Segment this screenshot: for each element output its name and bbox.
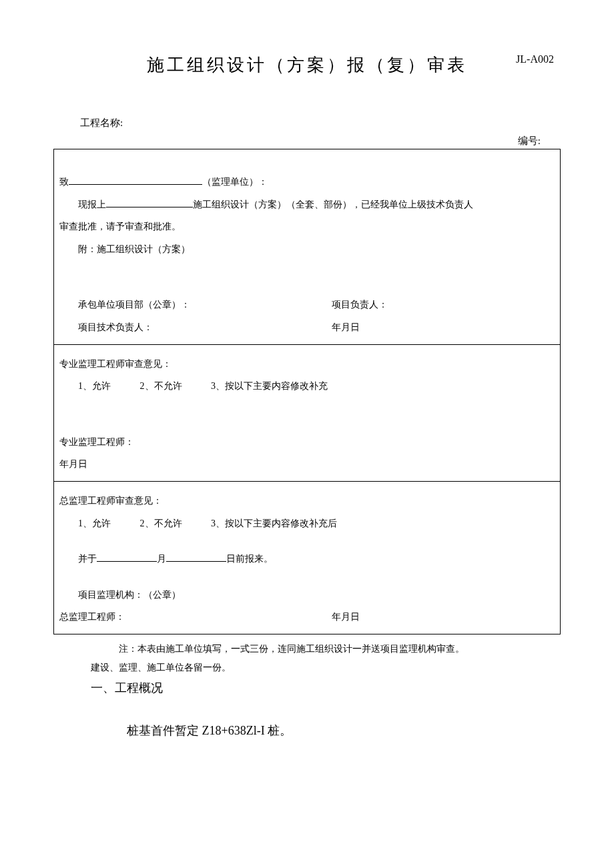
notes-block: 注：本表由施工单位填写，一式三份，连同施工组织设计一并送项目监理机构审查。 建设…: [53, 640, 561, 677]
deadline-line: 并于月日前报来。: [59, 548, 555, 570]
submit-line-1: 现报上施工组织设计（方案）（全套、部份），已经我单位上级技术负责人: [59, 193, 555, 216]
main-title: 施工组织设计（方案）报（复）审表: [147, 53, 467, 77]
chief-engineer-label: 总监理工程师：: [59, 606, 332, 628]
project-leader-label: 项目负责人：: [332, 294, 555, 316]
section-specialist-review: 专业监理工程师审查意见： 1、允许 2、不允许 3、按以下主要内容修改补充 专业…: [54, 344, 561, 481]
document-header: 施工组织设计（方案）报（复）审表 JL-A002: [53, 53, 561, 77]
contractor-seal-label: 承包单位项目部（公章）：: [59, 294, 332, 316]
chief-option-allow: 1、允许: [78, 518, 111, 528]
submit-blank[interactable]: [106, 198, 193, 207]
section-chief-review: 总监理工程师审查意见： 1、允许 2、不允许 3、按以下主要内容修改补充后 并于…: [54, 481, 561, 634]
chief-option-disallow: 2、不允许: [140, 518, 182, 528]
section-submission: 致（监理单位）： 现报上施工组织设计（方案）（全套、部份），已经我单位上级技术负…: [54, 149, 561, 345]
addressee-line: 致（监理单位）：: [59, 171, 555, 193]
addressee-blank[interactable]: [69, 175, 202, 185]
tech-leader-label: 项目技术负责人：: [59, 316, 332, 339]
serial-number-label: 编号:: [53, 135, 561, 147]
chief-option-revise: 3、按以下主要内容修改补充后: [211, 518, 337, 528]
section-1-heading: 一、工程概况: [91, 680, 561, 696]
chief-options: 1、允许 2、不允许 3、按以下主要内容修改补充后: [59, 512, 555, 535]
month-blank[interactable]: [97, 552, 157, 562]
project-name-label: 工程名称:: [80, 117, 561, 129]
body-paragraph: 桩基首件暂定 Z18+638Zl-I 桩。: [127, 723, 561, 739]
attachment-line: 附：施工组织设计（方案）: [59, 238, 555, 261]
option-revise: 3、按以下主要内容修改补充: [211, 381, 328, 391]
date-label-1: 年月日: [332, 316, 555, 339]
date-label-2: 年月日: [59, 453, 555, 476]
date-label-3: 年月日: [332, 606, 555, 628]
option-disallow: 2、不允许: [140, 381, 182, 391]
specialist-heading: 专业监理工程师审查意见：: [59, 353, 555, 376]
form-code: JL-A002: [516, 53, 554, 65]
form-table: 致（监理单位）： 现报上施工组织设计（方案）（全套、部份），已经我单位上级技术负…: [53, 149, 561, 634]
org-seal-label: 项目监理机构：（公章）: [59, 584, 555, 606]
note-line-2: 建设、监理、施工单位各留一份。: [53, 659, 561, 677]
chief-heading: 总监理工程师审查意见：: [59, 490, 555, 512]
day-blank[interactable]: [166, 552, 226, 562]
specialist-engineer-label: 专业监理工程师：: [59, 431, 555, 454]
option-allow: 1、允许: [78, 381, 111, 391]
note-line-1: 注：本表由施工单位填写，一式三份，连同施工组织设计一并送项目监理机构审查。: [53, 640, 561, 659]
submit-line-2: 审查批准，请予审查和批准。: [59, 215, 555, 238]
specialist-options: 1、允许 2、不允许 3、按以下主要内容修改补充: [59, 375, 555, 398]
